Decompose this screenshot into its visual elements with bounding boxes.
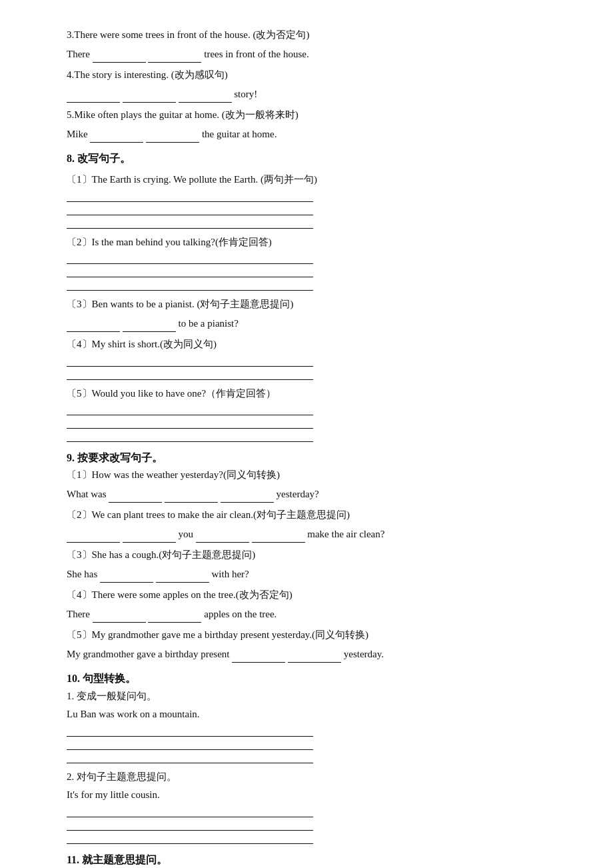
s8-2-answer	[67, 252, 560, 291]
s9-4-blank2[interactable]	[148, 605, 201, 623]
s9-3-suffix: with her?	[212, 569, 249, 579]
s8-1-line1[interactable]	[67, 190, 313, 202]
s9-3-sentence: 〔3〕She has a cough.(对句子主题意思提问)	[67, 547, 560, 564]
s9-2-blank1[interactable]	[67, 525, 120, 543]
s9-5-blank1[interactable]	[232, 645, 285, 663]
s9-5-blank2[interactable]	[288, 645, 341, 663]
s9-5-prefix: My grandmother gave a birthday present	[67, 649, 230, 659]
section8-title: 8. 改写句子。	[67, 149, 560, 167]
s9-4-sentence: 〔4〕There were some apples on the tree.(改…	[67, 587, 560, 604]
q5-blank2[interactable]	[146, 125, 199, 143]
section10-title: 10. 句型转换。	[67, 669, 560, 687]
q4-sentence: 4.The story is interesting. (改为感叹句)	[67, 67, 560, 84]
section11-title: 11. 就主题意思提问。	[67, 851, 560, 868]
page-content: 3.There were some trees in front of the …	[67, 27, 560, 868]
s9-3-blank2[interactable]	[156, 565, 209, 583]
s10-1-line3[interactable]	[67, 751, 313, 763]
s10-2-line2[interactable]	[67, 819, 313, 831]
q3-answer-line: There trees in front of the house.	[67, 45, 560, 63]
s8-3-suffix: to be a pianist?	[179, 318, 239, 329]
s9-5-suffix: yesterday.	[344, 649, 384, 659]
s10-sub1: 1. 变成一般疑问句。	[67, 688, 560, 705]
s9-3-blank1[interactable]	[100, 565, 153, 583]
s8-1-line2[interactable]	[67, 203, 313, 215]
q4-blank3[interactable]	[179, 85, 232, 103]
s8-5-line2[interactable]	[67, 417, 313, 429]
section9-title: 9. 按要求改写句子。	[67, 449, 560, 467]
q4-suffix: story!	[234, 89, 257, 99]
s8-4-answer	[67, 355, 560, 380]
s8-5-answer	[67, 403, 560, 442]
s10-sentence1: Lu Ban was work on a mountain.	[67, 706, 560, 723]
s8-5-sentence: 〔5〕Would you like to have one?（作肯定回答）	[67, 385, 560, 403]
q3-blank2[interactable]	[148, 45, 201, 63]
s10-2-line3[interactable]	[67, 832, 313, 844]
s10-2-line1[interactable]	[67, 805, 313, 817]
q5-suffix: the guitar at home.	[202, 129, 277, 139]
q3-sentence: 3.There were some trees in front of the …	[67, 27, 560, 44]
q3-suffix: trees in front of the house.	[204, 49, 308, 59]
s9-2-sentence: 〔2〕We can plant trees to make the air cl…	[67, 507, 560, 524]
q4-blank1[interactable]	[67, 85, 120, 103]
s9-2-answer: you make the air clean?	[67, 525, 560, 543]
s9-4-blank1[interactable]	[93, 605, 146, 623]
s8-4-line2[interactable]	[67, 368, 313, 380]
s9-1-sentence: 〔1〕How was the weather yesterday?(同义句转换)	[67, 467, 560, 484]
s9-2-blank4[interactable]	[252, 525, 305, 543]
s8-1-sentence: 〔1〕The Earth is crying. We pollute the E…	[67, 171, 560, 189]
s8-4-line1[interactable]	[67, 355, 313, 367]
s9-1-answer: What was yesterday?	[67, 485, 560, 503]
s9-4-answer: There apples on the tree.	[67, 605, 560, 623]
s9-1-blank3[interactable]	[221, 485, 274, 503]
q4-answer-line: story!	[67, 85, 560, 103]
s10-sub2: 2. 对句子主题意思提问。	[67, 769, 560, 786]
s8-2-sentence: 〔2〕Is the man behind you talking?(作肯定回答)	[67, 234, 560, 251]
s8-3-blank1[interactable]	[67, 315, 120, 333]
s10-2-answer	[67, 805, 560, 844]
s9-1-suffix: yesterday?	[277, 489, 319, 499]
s9-2-suffix2: make the air clean?	[307, 529, 384, 539]
s9-1-blank1[interactable]	[109, 485, 162, 503]
s9-2-blank2[interactable]	[123, 525, 176, 543]
s8-2-line3[interactable]	[67, 279, 313, 291]
q5-prefix: Mike	[67, 129, 88, 139]
s10-1-line2[interactable]	[67, 738, 313, 750]
s9-1-prefix: What was	[67, 489, 107, 499]
q5-blank1[interactable]	[90, 125, 143, 143]
q3-blank1[interactable]	[93, 45, 146, 63]
s9-3-answer: She has with her?	[67, 565, 560, 583]
s9-2-you: you	[179, 529, 194, 539]
s8-2-line1[interactable]	[67, 252, 313, 264]
s8-1-answer	[67, 190, 560, 229]
s8-3-blank2[interactable]	[123, 315, 176, 333]
s10-sentence2: It's for my little cousin.	[67, 787, 560, 804]
s8-5-line1[interactable]	[67, 403, 313, 415]
s9-4-prefix: There	[67, 609, 90, 619]
s8-1-line3[interactable]	[67, 217, 313, 229]
q5-sentence: 5.Mike often plays the guitar at home. (…	[67, 107, 560, 124]
s9-5-sentence: 〔5〕My grandmother gave me a birthday pre…	[67, 627, 560, 644]
s9-3-prefix: She has	[67, 569, 97, 579]
s8-2-line2[interactable]	[67, 265, 313, 277]
s9-2-blank3[interactable]	[196, 525, 249, 543]
q3-prefix: There	[67, 49, 90, 59]
s9-4-suffix: apples on the tree.	[204, 609, 277, 619]
s8-4-sentence: 〔4〕My shirt is short.(改为同义句)	[67, 336, 560, 353]
s9-5-answer: My grandmother gave a birthday present y…	[67, 645, 560, 663]
s8-3-sentence: 〔3〕Ben wants to be a pianist. (对句子主题意思提问…	[67, 296, 560, 313]
q5-answer-line: Mike the guitar at home.	[67, 125, 560, 143]
s9-1-blank2[interactable]	[165, 485, 218, 503]
s8-5-line3[interactable]	[67, 430, 313, 442]
s10-1-answer	[67, 725, 560, 763]
s8-3-answer: to be a pianist?	[67, 315, 560, 333]
s10-1-line1[interactable]	[67, 725, 313, 737]
q4-blank2[interactable]	[123, 85, 176, 103]
